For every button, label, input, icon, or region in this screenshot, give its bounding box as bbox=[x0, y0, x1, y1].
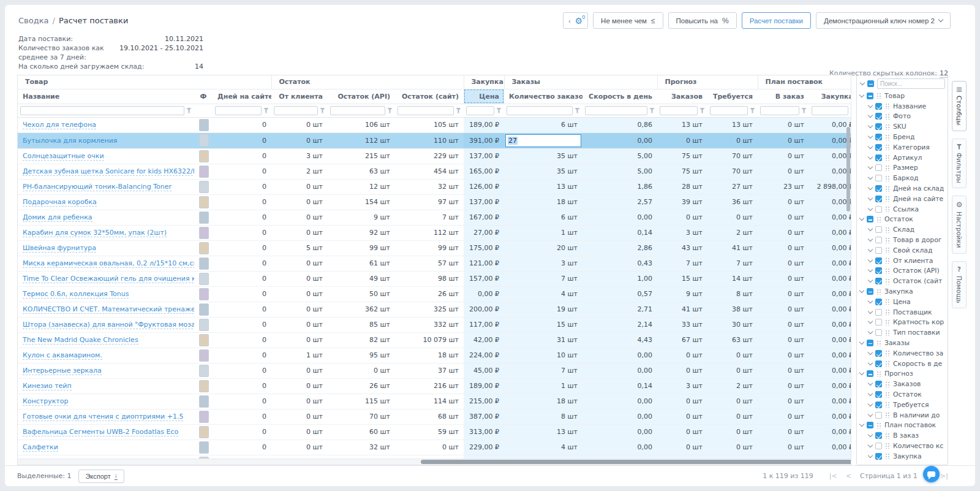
drag-handle-icon[interactable] bbox=[885, 237, 890, 243]
drag-handle-icon[interactable] bbox=[885, 186, 890, 192]
drag-handle-icon[interactable] bbox=[885, 381, 890, 387]
drag-handle-icon[interactable] bbox=[885, 103, 890, 109]
filter-funnel-icon[interactable] bbox=[263, 108, 269, 113]
column-checkbox[interactable] bbox=[875, 196, 882, 202]
column-checkbox[interactable] bbox=[867, 216, 873, 223]
tree-item[interactable]: Кратность кор bbox=[858, 318, 946, 328]
column-checkbox[interactable] bbox=[875, 443, 882, 449]
not-less-than-button[interactable]: Не менее чем ≤ bbox=[593, 12, 663, 29]
column-checkbox[interactable] bbox=[875, 237, 882, 243]
column-checkbox[interactable] bbox=[875, 319, 882, 325]
chevron-down-icon[interactable] bbox=[868, 391, 873, 396]
tree-item[interactable]: Поставщик bbox=[858, 307, 946, 318]
drag-handle-icon[interactable] bbox=[885, 134, 890, 140]
cell-orders-count[interactable]: 27 bbox=[504, 132, 582, 148]
column-header[interactable]: Остаток (API) bbox=[328, 89, 395, 104]
tree-item[interactable]: В заказ bbox=[858, 430, 946, 441]
column-checkbox[interactable] bbox=[867, 422, 873, 428]
tree-item[interactable]: Цена bbox=[858, 297, 946, 307]
filter-input[interactable] bbox=[215, 106, 262, 115]
column-checkbox[interactable] bbox=[867, 93, 873, 99]
tree-item[interactable]: Товар в дорог bbox=[858, 235, 946, 245]
table-row[interactable]: Готовые очки для чтения с диоптриями +1.… bbox=[18, 409, 851, 424]
column-header[interactable]: Количество заказов bbox=[504, 89, 582, 104]
drag-handle-icon[interactable] bbox=[885, 402, 890, 408]
filter-input[interactable] bbox=[710, 106, 748, 115]
chevron-down-icon[interactable] bbox=[868, 299, 873, 303]
drag-handle-icon[interactable] bbox=[885, 144, 890, 150]
side-tab[interactable]: Помощь bbox=[952, 261, 967, 309]
tree-item[interactable]: Баркод bbox=[858, 173, 946, 183]
tree-item[interactable]: От клиента bbox=[858, 256, 946, 266]
tree-item[interactable]: Прогноз bbox=[858, 369, 946, 379]
product-link[interactable]: Детская зубная щетка Sonicare for kids H… bbox=[23, 167, 194, 176]
drag-handle-icon[interactable] bbox=[885, 360, 890, 367]
cell-orders-count[interactable]: 1 шт bbox=[504, 225, 582, 240]
column-header[interactable]: В заказ bbox=[758, 89, 809, 104]
chevron-down-icon[interactable] bbox=[868, 411, 873, 416]
cell-orders-count[interactable]: 1 шт bbox=[504, 378, 582, 394]
chevron-down-icon[interactable] bbox=[868, 278, 873, 283]
table-row[interactable]: Подарочная коробка 0 0 шт 154 шт 97 шт 1… bbox=[18, 194, 851, 210]
tree-item[interactable]: Ссылка bbox=[858, 204, 946, 215]
drag-handle-icon[interactable] bbox=[885, 165, 890, 171]
table-row[interactable]: Швейная фурнитура 0 5 шт 99 шт 99 шт 175… bbox=[18, 240, 851, 256]
cell-price[interactable]: 224,00 ₽ bbox=[464, 348, 504, 363]
cell-orders-count[interactable]: 4 шт bbox=[504, 440, 582, 455]
chevron-down-icon[interactable] bbox=[868, 134, 873, 139]
filter-input[interactable] bbox=[466, 106, 494, 115]
chevron-down-icon[interactable] bbox=[868, 113, 873, 118]
filter-funnel-icon[interactable] bbox=[320, 108, 325, 113]
cell-orders-count[interactable]: 6 шт bbox=[504, 210, 582, 225]
cell-price[interactable]: 391,00 ₽ bbox=[464, 132, 504, 148]
tree-item[interactable]: Артикул bbox=[858, 153, 946, 163]
product-link[interactable]: Time To Clear Освежающий гель для очищен… bbox=[23, 275, 194, 283]
drag-handle-icon[interactable] bbox=[885, 330, 890, 336]
tree-item[interactable]: Товар bbox=[858, 91, 946, 101]
cell-price[interactable]: 137,00 ₽ bbox=[464, 148, 504, 164]
product-link[interactable]: Вафельница Сегменты UWB-2 Foodatlas Eco bbox=[23, 428, 178, 436]
product-link[interactable]: Миска керамическая овальная, 0,2 л/15*10… bbox=[23, 259, 194, 268]
cell-price[interactable]: 121,00 ₽ bbox=[464, 256, 504, 271]
cell-price[interactable]: 313,00 ₽ bbox=[464, 424, 504, 440]
column-checkbox[interactable] bbox=[875, 164, 882, 171]
cell-price[interactable]: 387,00 ₽ bbox=[464, 409, 504, 424]
cell-orders-count[interactable]: 7 шт bbox=[504, 363, 582, 378]
chevron-down-icon[interactable] bbox=[868, 432, 873, 437]
chevron-down-icon[interactable] bbox=[868, 144, 873, 149]
side-tab[interactable]: Фильтры bbox=[952, 139, 967, 189]
column-header[interactable]: Закупка bbox=[809, 89, 851, 104]
cell-price[interactable]: 126,00 ₽ bbox=[464, 179, 504, 194]
drag-handle-icon[interactable] bbox=[885, 196, 890, 202]
column-checkbox[interactable] bbox=[867, 288, 873, 295]
filter-funnel-icon[interactable] bbox=[699, 108, 705, 113]
export-button[interactable]: Экспорт ↓ bbox=[78, 470, 124, 483]
tree-item[interactable]: Тип поставки bbox=[858, 327, 946, 338]
chevron-down-icon[interactable] bbox=[868, 226, 873, 231]
drag-handle-icon[interactable] bbox=[885, 392, 890, 398]
filter-funnel-icon[interactable] bbox=[186, 108, 192, 113]
chevron-down-icon[interactable] bbox=[868, 175, 873, 180]
table-row[interactable]: Детская зубная щетка Sonicare for kids H… bbox=[18, 164, 851, 179]
product-link[interactable]: Интерьерные зеркала bbox=[23, 367, 102, 375]
chevron-down-icon[interactable] bbox=[868, 453, 873, 458]
filter-input[interactable] bbox=[760, 106, 799, 115]
column-checkbox[interactable] bbox=[875, 412, 882, 419]
horizontal-scrollbar-thumb[interactable] bbox=[421, 460, 851, 464]
drag-handle-icon[interactable] bbox=[885, 154, 890, 161]
chevron-down-icon[interactable] bbox=[868, 164, 873, 169]
tree-item[interactable]: Остаток bbox=[858, 215, 946, 225]
cell-orders-count[interactable]: 6 шт bbox=[504, 117, 582, 132]
chevron-down-icon[interactable] bbox=[868, 247, 873, 252]
cell-orders-count[interactable]: 8 шт bbox=[504, 409, 582, 424]
column-checkbox[interactable] bbox=[875, 247, 882, 254]
chevron-down-icon[interactable] bbox=[859, 422, 864, 427]
cell-price[interactable]: 45,00 ₽ bbox=[464, 363, 504, 378]
drag-handle-icon[interactable] bbox=[885, 113, 890, 120]
product-link[interactable]: Бутылочка для кормления bbox=[23, 137, 117, 145]
column-checkbox[interactable] bbox=[875, 278, 882, 284]
product-link[interactable]: Готовые очки для чтения с диоптриями +1.… bbox=[23, 413, 183, 421]
cell-price[interactable]: 0,00 ₽ bbox=[464, 286, 504, 302]
tree-item[interactable]: Бренд bbox=[858, 132, 946, 142]
prev-page-button[interactable]: < bbox=[846, 472, 851, 480]
